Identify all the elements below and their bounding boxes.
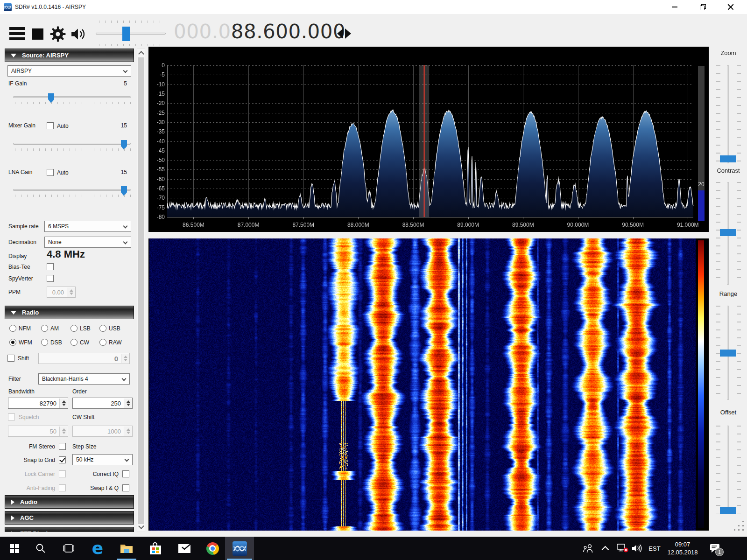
mail-button[interactable] <box>174 537 195 560</box>
spinner-up-icon <box>62 428 66 431</box>
action-center-button[interactable]: 1 <box>703 537 726 560</box>
frequency-step-left-icon[interactable] <box>337 28 343 39</box>
display-label: Display <box>8 253 27 259</box>
task-view-icon <box>63 544 74 553</box>
source-device-dropdown[interactable]: AIRSPY <box>7 65 131 77</box>
volume-slider-thumb[interactable] <box>122 27 130 41</box>
bandwidth-label: Bandwidth <box>8 388 35 395</box>
correct-iq-checkbox[interactable] <box>122 470 129 477</box>
scroll-up-icon[interactable] <box>138 51 144 57</box>
band-meter-fill <box>698 190 705 221</box>
volume-tray-button[interactable] <box>629 537 645 560</box>
lna-auto-checkbox[interactable] <box>47 169 54 176</box>
shift-checkbox[interactable] <box>7 355 14 362</box>
store-button[interactable] <box>145 537 166 560</box>
task-view-button[interactable] <box>58 537 79 560</box>
people-tray-button[interactable] <box>580 537 597 560</box>
if-gain-slider-track[interactable] <box>13 96 131 98</box>
tray-overflow-button[interactable] <box>599 537 613 560</box>
settings-button[interactable] <box>49 26 66 44</box>
control-panel: Source: AIRSPY AIRSPY IF Gain 5 Mixer Ga… <box>0 49 136 532</box>
search-button[interactable] <box>30 537 51 560</box>
zoom-slider-thumb[interactable] <box>720 155 736 162</box>
decimation-dropdown[interactable]: None <box>44 237 131 248</box>
edge-icon: e <box>92 541 103 555</box>
edge-button[interactable]: e <box>87 537 108 560</box>
offset-slider-track[interactable] <box>727 426 729 513</box>
sample-rate-dropdown[interactable]: 6 MSPS <box>44 221 131 232</box>
mode-label: NFM <box>19 325 31 332</box>
spinner-buttons[interactable] <box>59 399 67 408</box>
language-indicator[interactable]: EST <box>645 537 664 560</box>
spinner-up-icon[interactable] <box>127 400 130 403</box>
radio-panel-header[interactable]: Radio <box>5 306 134 319</box>
zoom-slider-track[interactable] <box>727 65 729 163</box>
network-tray-button[interactable] <box>614 537 631 560</box>
file-explorer-button[interactable] <box>116 537 137 560</box>
lna-gain-slider-track[interactable] <box>13 189 131 191</box>
spinner-up-icon[interactable] <box>124 356 127 358</box>
scroll-down-icon[interactable] <box>138 523 144 529</box>
offset-slider-thumb[interactable] <box>720 507 736 514</box>
spyverter-label: SpyVerter <box>8 275 33 282</box>
spyverter-checkbox[interactable] <box>47 275 54 282</box>
bias-tee-checkbox[interactable] <box>47 263 54 270</box>
restore-button[interactable] <box>692 0 713 14</box>
clock-tray-button[interactable]: 09:07 12.05.2018 <box>665 537 700 560</box>
menu-button[interactable] <box>9 27 25 41</box>
fft-display-panel-header[interactable]: FFT Display <box>5 527 134 532</box>
range-slider-thumb[interactable] <box>720 350 736 357</box>
gear-icon <box>49 26 66 42</box>
spinner-up-icon[interactable] <box>62 400 66 403</box>
spinner-down-icon[interactable] <box>124 359 127 361</box>
spectrum-display[interactable] <box>148 47 709 232</box>
frequency-display[interactable]: 000.088.600.000 <box>174 20 345 43</box>
spinner-down-icon[interactable] <box>70 293 73 295</box>
shift-spinner[interactable]: 0 <box>38 353 130 364</box>
frequency-step-right-icon[interactable] <box>345 28 351 39</box>
ppm-spinner[interactable]: 0.00 <box>47 287 76 298</box>
mode-label: USB <box>109 325 120 332</box>
collapse-arrow-icon <box>11 54 16 57</box>
sdrsharp-taskbar-button[interactable] <box>225 537 254 560</box>
spinner-up-icon[interactable] <box>70 289 73 292</box>
panel-scrollbar[interactable] <box>137 49 145 532</box>
mixer-auto-checkbox[interactable] <box>47 122 54 129</box>
spinner-buttons[interactable] <box>121 354 129 363</box>
speaker-icon <box>70 27 89 42</box>
spectrum-waterfall-splitter[interactable] <box>148 232 709 238</box>
waterfall-display[interactable] <box>149 238 696 531</box>
filter-dropdown[interactable]: Blackman-Harris 4 <box>38 373 130 385</box>
scrollbar-thumb[interactable] <box>138 57 144 524</box>
spinner-buttons[interactable] <box>124 399 132 408</box>
anti-fading-label: Anti-Fading <box>5 485 55 491</box>
close-button[interactable] <box>720 0 741 14</box>
swap-iq-checkbox[interactable] <box>122 484 129 491</box>
lock-carrier-checkbox <box>59 470 66 477</box>
step-size-dropdown[interactable]: 50 kHz <box>72 454 133 465</box>
mode-label: CW <box>80 339 89 346</box>
contrast-slider-thumb[interactable] <box>720 229 736 236</box>
bandwidth-spinner[interactable]: 82790 <box>8 398 68 409</box>
window-resize-grip[interactable] <box>734 521 746 533</box>
spinner-buttons[interactable] <box>67 287 75 297</box>
fm-stereo-checkbox[interactable] <box>59 443 66 450</box>
mixer-auto-label: Auto <box>57 123 69 129</box>
spinner-down-icon[interactable] <box>127 404 130 406</box>
agc-panel-header[interactable]: AGC <box>5 511 134 525</box>
spinner-down-icon[interactable] <box>62 404 66 406</box>
source-panel-header[interactable]: Source: AIRSPY <box>5 49 134 62</box>
minimize-button[interactable] <box>664 0 685 14</box>
snap-to-grid-checkbox[interactable] <box>59 456 66 463</box>
audio-panel-title: Audio <box>20 498 37 505</box>
frequency-dim-digits: 000.0 <box>174 20 231 43</box>
stop-button[interactable] <box>32 28 43 40</box>
order-spinner[interactable]: 250 <box>72 398 133 409</box>
audio-panel-header[interactable]: Audio <box>5 495 134 509</box>
volume-slider-track[interactable] <box>96 33 166 35</box>
mixer-gain-slider-track[interactable] <box>13 143 131 145</box>
start-button[interactable] <box>4 537 25 560</box>
windows-logo-icon <box>10 544 19 553</box>
audio-mute-button[interactable] <box>70 27 89 43</box>
chrome-button[interactable] <box>202 537 223 560</box>
